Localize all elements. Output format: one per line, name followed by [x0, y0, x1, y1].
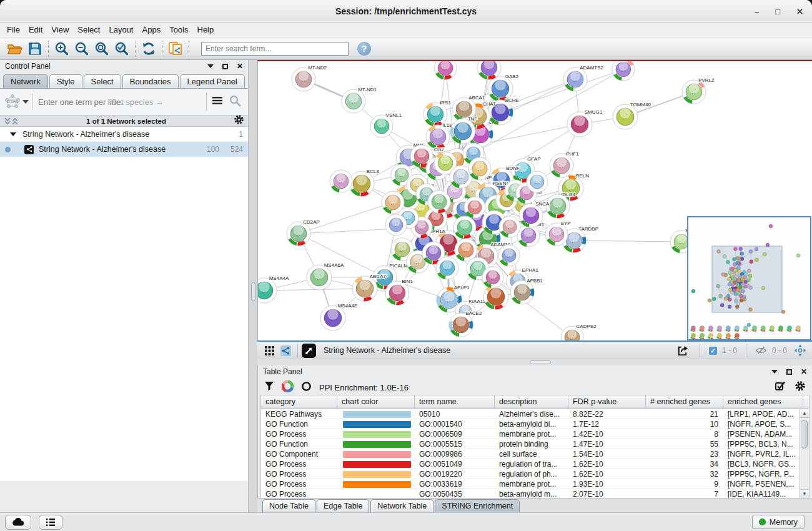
menu-item-layout[interactable]: Layout: [106, 24, 139, 36]
network-node-MS4A4A[interactable]: MS4A4A: [258, 275, 289, 303]
menu-item-edit[interactable]: Edit: [26, 24, 48, 36]
scroll-up-arrow[interactable]: ▲: [800, 409, 809, 418]
string-options-button[interactable]: [209, 96, 225, 107]
panel-menu-icon[interactable]: [771, 370, 778, 374]
network-node-IL1B[interactable]: IL1B: [426, 122, 453, 149]
network-node-PVRL2[interactable]: PVRL2: [682, 77, 715, 104]
tab-select[interactable]: Select: [84, 74, 121, 88]
zoom-in-button[interactable]: [52, 39, 72, 58]
network-node-f3[interactable]: [612, 61, 635, 81]
filter-enrichment-button[interactable]: [264, 381, 274, 394]
close-panel-icon[interactable]: ✕: [237, 62, 243, 71]
expand-all-icon[interactable]: [11, 117, 19, 126]
network-node-f37[interactable]: [428, 191, 450, 213]
pan-compass-button[interactable]: [792, 343, 808, 358]
zoom-selected-button[interactable]: [112, 39, 132, 58]
network-node-DLG4[interactable]: DLG4: [546, 192, 576, 218]
table-row[interactable]: GO ProcessGO:0050435beta-amyloid m...2.0…: [261, 489, 809, 498]
network-node-BACE2[interactable]: BACE2: [449, 310, 482, 337]
network-node-f1[interactable]: [434, 61, 457, 79]
network-node-f30[interactable]: [455, 239, 477, 261]
network-collection-row[interactable]: String Network - Alzheimer's disease 1: [0, 127, 248, 142]
scroll-down-arrow[interactable]: ▼: [800, 489, 809, 498]
network-view[interactable]: MT-ND2MT-ND1VSNL1GAB2ADAMTS2PVRL2TOMM40S…: [257, 60, 812, 340]
select-rows-button[interactable]: [775, 380, 786, 394]
maximize-button[interactable]: □: [775, 7, 780, 16]
float-panel-icon[interactable]: [786, 369, 792, 375]
menu-item-apps[interactable]: Apps: [139, 24, 167, 36]
table-row[interactable]: KEGG Pathways05010Alzheimer's dise...8.8…: [261, 409, 809, 419]
open-session-button[interactable]: [5, 39, 25, 58]
network-node-CADPS2[interactable]: CADPS2: [561, 324, 597, 340]
tree-expand-icon[interactable]: [10, 132, 16, 136]
save-session-button[interactable]: [25, 39, 45, 58]
enrichment-settings-button[interactable]: [795, 380, 806, 394]
set-species-hint[interactable]: Set species →: [111, 97, 164, 107]
panel-divider-horizontal[interactable]: [257, 359, 812, 365]
refresh-button[interactable]: [139, 39, 159, 58]
tab-legend-panel[interactable]: Legend Panel: [180, 74, 245, 88]
column-header-enriched-genes[interactable]: enriched genes: [723, 395, 803, 409]
network-node-f32[interactable]: [482, 267, 503, 288]
table-row[interactable]: GO ProcessGO:0006509membrane prot...1.42…: [261, 429, 809, 439]
network-options-gear[interactable]: [234, 114, 244, 127]
open-in-new-button[interactable]: [302, 344, 316, 358]
zoom-fit-button[interactable]: [92, 39, 112, 58]
network-node-MS4A6A[interactable]: MS4A6A: [307, 262, 344, 290]
scrollbar-thumb[interactable]: [801, 420, 808, 449]
menu-item-select[interactable]: Select: [74, 24, 106, 36]
network-node-MS4A4E[interactable]: MS4A4E: [320, 303, 357, 330]
network-edge[interactable]: [500, 69, 623, 112]
table-row[interactable]: GO ComponentGO:0009986cell surface1.54E-…: [261, 449, 809, 459]
network-node-f4[interactable]: [330, 170, 352, 192]
column-header-enriched-genes[interactable]: # enriched genes: [646, 395, 723, 409]
table-row[interactable]: GO FunctionGO:0001540beta-amyloid bi...1…: [261, 419, 809, 429]
network-node-TARDBP[interactable]: TARDBP: [562, 226, 598, 252]
network-node-VSNL1[interactable]: VSNL1: [370, 112, 402, 137]
tab-string-enrichment[interactable]: STRING Enrichment: [435, 499, 520, 512]
network-node-SMUG1[interactable]: SMUG1: [567, 109, 603, 137]
show-grid-button[interactable]: [261, 343, 277, 358]
network-node-f5[interactable]: [483, 284, 508, 309]
network-node-f19[interactable]: [385, 214, 407, 236]
column-header-term-name[interactable]: term name: [415, 395, 495, 409]
help-button[interactable]: ?: [357, 42, 371, 56]
share-view-button[interactable]: [277, 343, 294, 358]
table-row[interactable]: GO ProcessGO:0033619membrane prot...1.93…: [261, 479, 809, 489]
draw-charts-button[interactable]: [282, 380, 294, 395]
minimize-button[interactable]: –: [755, 7, 759, 16]
menu-item-help[interactable]: Help: [194, 24, 220, 36]
close-button[interactable]: ✕: [796, 7, 803, 16]
panel-menu-icon[interactable]: [207, 64, 214, 68]
column-header-fdr-p-value[interactable]: FDR p-value: [568, 395, 646, 409]
network-edge[interactable]: [299, 202, 393, 234]
network-edge[interactable]: [574, 241, 681, 242]
network-node-f33[interactable]: [498, 245, 520, 266]
divider-handle[interactable]: [251, 282, 255, 301]
reset-charts-button[interactable]: [301, 381, 312, 394]
selected-nodes-checkbox[interactable]: ✓: [709, 347, 717, 355]
table-row[interactable]: GO ProcessGO:0019220regulation of ph...1…: [261, 469, 809, 479]
export-view-button[interactable]: [675, 343, 691, 358]
network-node-f29[interactable]: [436, 257, 458, 279]
column-header-description[interactable]: description: [495, 395, 568, 409]
column-header-category[interactable]: category: [261, 395, 337, 409]
network-node-f18[interactable]: [382, 191, 404, 214]
close-panel-icon[interactable]: ✕: [801, 367, 807, 376]
tab-boundaries[interactable]: Boundaries: [122, 74, 179, 88]
tab-style[interactable]: Style: [49, 74, 82, 88]
network-node-f21[interactable]: [464, 197, 485, 218]
divider-handle[interactable]: [530, 360, 551, 364]
float-panel-icon[interactable]: [222, 64, 228, 69]
tab-network-table[interactable]: Network Table: [370, 499, 433, 512]
network-node-f35[interactable]: [527, 171, 548, 192]
menu-item-file[interactable]: File: [4, 24, 26, 36]
cloud-tasks-button[interactable]: [5, 515, 31, 530]
network-node-TOMM40[interactable]: TOMM40: [613, 102, 651, 129]
menu-item-view[interactable]: View: [48, 24, 74, 36]
tab-network[interactable]: Network: [3, 74, 48, 88]
collapse-all-icon[interactable]: [4, 117, 11, 126]
menu-item-tools[interactable]: Tools: [166, 24, 194, 36]
task-history-button[interactable]: [39, 515, 62, 530]
column-header-chart-color[interactable]: chart color: [337, 395, 415, 409]
